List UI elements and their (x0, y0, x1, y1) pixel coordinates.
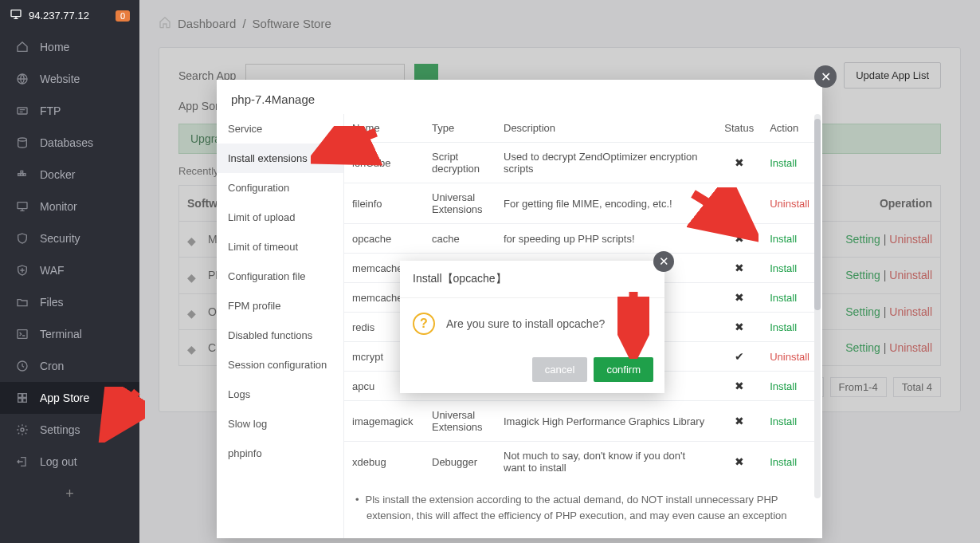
confirm-dialog: ✕ Install【opcache】 ? Are you sure to ins… (400, 261, 664, 393)
ext-status: ✖ (716, 313, 762, 342)
ext-name: xdebug (344, 442, 424, 482)
sidebar-item-settings[interactable]: Settings (0, 414, 139, 446)
ext-action-install[interactable]: Install (770, 292, 797, 304)
col-name: Name (344, 114, 424, 143)
ext-action-install[interactable]: Install (770, 233, 797, 245)
sidebar-item-home[interactable]: Home (0, 31, 139, 63)
modal-tab-configuration-file[interactable]: Configuration file (217, 262, 343, 291)
ext-status: ✖ (716, 224, 762, 254)
sidebar-item-label: Home (40, 41, 69, 53)
ext-action-install[interactable]: Install (770, 380, 797, 392)
sidebar-item-label: Log out (40, 455, 77, 468)
sidebar-item-label: Terminal (40, 328, 82, 340)
gear-icon (16, 423, 30, 436)
sidebar-item-website[interactable]: Website (0, 63, 139, 95)
ext-action-install[interactable]: Install (770, 262, 797, 274)
extension-row: fileinfoUniversal ExtensionsFor getting … (344, 183, 817, 224)
col-status: Status (716, 114, 762, 143)
modal-tab-install-extensions[interactable]: Install extensions (217, 144, 343, 173)
ext-status: ✖ (716, 401, 762, 442)
ext-name: imagemagick (344, 401, 424, 442)
server-ip: 94.237.77.12 (29, 10, 89, 22)
svg-rect-6 (23, 174, 25, 176)
shield-icon (16, 232, 30, 245)
modal-tab-fpm-profile[interactable]: FPM profile (217, 291, 343, 321)
db-icon (16, 136, 30, 149)
sidebar-item-monitor[interactable]: Monitor (0, 191, 139, 222)
sidebar-item-app-store[interactable]: App Store (0, 382, 139, 414)
ftp-icon (16, 104, 30, 117)
ext-name: fileinfo (344, 183, 424, 224)
svg-rect-14 (23, 399, 27, 403)
folder-icon (16, 296, 30, 309)
ext-status: ✔ (716, 183, 762, 224)
sidebar-item-cron[interactable]: Cron (0, 350, 139, 382)
scrollbar[interactable] (814, 114, 821, 498)
ext-type: Universal Extensions (424, 401, 496, 442)
grid-icon (16, 392, 30, 404)
globe-icon (16, 73, 30, 85)
sidebar-item-security[interactable]: Security (0, 222, 139, 254)
modal-sidebar: ServiceInstall extensionsConfigurationLi… (217, 114, 344, 538)
modal-tab-logs[interactable]: Logs (217, 380, 343, 409)
ext-desc: Imagick High Performance Graphics Librar… (496, 401, 716, 442)
svg-point-15 (21, 428, 24, 431)
ext-type: Universal Extensions (424, 183, 496, 224)
svg-rect-9 (18, 330, 27, 339)
sidebar-item-label: Monitor (40, 200, 77, 213)
ext-action-uninstall[interactable]: Uninstall (770, 351, 809, 363)
cancel-button[interactable]: cancel (532, 357, 588, 382)
ext-action-install[interactable]: Install (770, 415, 797, 427)
sidebar-item-label: Security (40, 232, 80, 245)
monitor-icon (16, 200, 30, 213)
modal-tab-disabled-functions[interactable]: Disabled functions (217, 321, 343, 350)
ext-status: ✖ (716, 283, 762, 313)
modal-tab-service[interactable]: Service (217, 114, 343, 144)
sidebar-item-databases[interactable]: Databases (0, 127, 139, 159)
ext-action-install[interactable]: Install (770, 321, 797, 333)
close-icon[interactable]: ✕ (653, 251, 674, 272)
ext-action-uninstall[interactable]: Uninstall (770, 198, 809, 210)
sidebar-item-label: Docker (40, 168, 75, 181)
terminal-icon (16, 328, 30, 340)
svg-rect-12 (23, 394, 27, 398)
confirm-button[interactable]: confirm (594, 357, 653, 382)
sidebar-item-ftp[interactable]: FTP (0, 95, 139, 127)
ext-action-install[interactable]: Install (770, 157, 797, 169)
sidebar-item-terminal[interactable]: Terminal (0, 318, 139, 350)
sidebar-item-label: Files (40, 296, 64, 309)
ext-desc: For getting file MIME, encoding, etc.! (496, 183, 716, 224)
left-sidebar: 94.237.77.12 0 HomeWebsiteFTPDatabasesDo… (0, 0, 139, 543)
sidebar-item-waf[interactable]: WAF (0, 254, 139, 286)
sidebar-item-label: Settings (40, 423, 80, 436)
svg-point-3 (18, 138, 27, 141)
col-action: Action (762, 114, 817, 143)
docker-icon (16, 168, 30, 181)
extension-row: xdebugDebuggerNot much to say, don't kno… (344, 442, 817, 482)
server-info: 94.237.77.12 0 (0, 0, 139, 31)
modal-tab-phpinfo[interactable]: phpinfo (217, 439, 343, 468)
home-icon (16, 41, 30, 53)
modal-tab-slow-log[interactable]: Slow log (217, 409, 343, 439)
ext-name: opcache (344, 224, 424, 254)
svg-rect-11 (18, 394, 22, 398)
ext-desc: Not much to say, don't know if you don't… (496, 442, 716, 482)
modal-tab-limit-of-timeout[interactable]: Limit of timeout (217, 232, 343, 262)
ext-name: ionCube (344, 143, 424, 183)
ext-action-install[interactable]: Install (770, 456, 797, 468)
sidebar-item-label: FTP (40, 104, 61, 117)
modal-tab-session-configuration[interactable]: Session configuration (217, 350, 343, 380)
svg-rect-4 (18, 174, 21, 176)
sidebar-item-label: Databases (40, 136, 93, 149)
svg-rect-2 (18, 108, 27, 114)
sidebar-item-log-out[interactable]: Log out (0, 446, 139, 478)
sidebar-add[interactable]: + (0, 478, 139, 510)
modal-tab-configuration[interactable]: Configuration (217, 173, 343, 203)
extension-row: opcachecachefor speeding up PHP scripts!… (344, 224, 817, 254)
notif-badge[interactable]: 0 (116, 10, 130, 22)
sidebar-item-files[interactable]: Files (0, 286, 139, 318)
svg-rect-7 (21, 171, 23, 173)
sidebar-item-docker[interactable]: Docker (0, 159, 139, 191)
modal-tab-limit-of-upload[interactable]: Limit of upload (217, 203, 343, 232)
close-icon[interactable]: ✕ (814, 65, 837, 88)
